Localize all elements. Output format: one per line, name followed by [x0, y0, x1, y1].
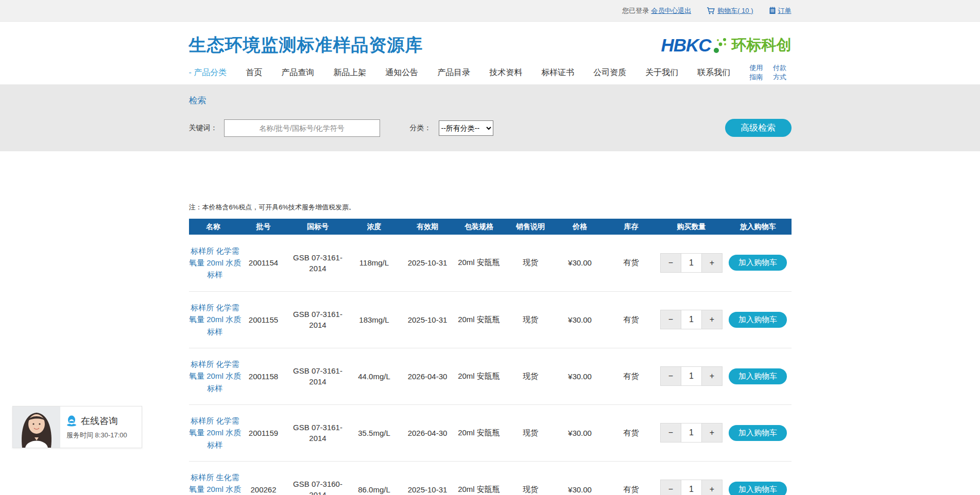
- orders-icon: [769, 7, 776, 14]
- add-to-cart-button[interactable]: 加入购物车: [729, 312, 787, 328]
- table-row: 标样所 化学需氧量 20ml 水质标样 2001155 GSB 07-3161-…: [189, 291, 792, 348]
- logo-cn-text: 环标科创: [732, 35, 792, 56]
- online-chat-widget[interactable]: 在线咨询 服务时间 8:30-17:00: [12, 406, 142, 448]
- quantity-input[interactable]: [681, 423, 702, 442]
- standard-number-cell: GSB 07-3161-2014: [293, 252, 342, 274]
- quantity-increase-button[interactable]: +: [702, 480, 722, 495]
- tax-note: 注：本价格含6%税点，可开具6%技术服务增值税发票。: [189, 203, 792, 212]
- sale-note-cell: 现货: [505, 291, 556, 348]
- quantity-stepper: − +: [660, 253, 723, 273]
- orders-link[interactable]: 订单: [778, 6, 792, 15]
- sale-note-cell: 现货: [505, 461, 556, 495]
- quantity-input[interactable]: [681, 480, 702, 495]
- batch-number-cell: 2001159: [238, 404, 289, 461]
- add-to-cart-button[interactable]: 加入购物车: [729, 482, 787, 495]
- keyword-input[interactable]: [224, 119, 380, 137]
- package-spec-cell: 20ml 安瓿瓶: [453, 235, 505, 291]
- nav-item-company-qualifications[interactable]: 公司资质: [593, 67, 626, 78]
- user-guide-link[interactable]: 使用指南: [749, 63, 768, 82]
- products-table-body: 标样所 化学需氧量 20ml 水质标样 2001154 GSB 07-3161-…: [189, 235, 792, 495]
- nav-item-certificates[interactable]: 标样证书: [541, 67, 574, 78]
- main-content: 注：本价格含6%税点，可开具6%技术服务增值税发票。 名称批号国标号浓度有效期包…: [189, 203, 792, 495]
- quantity-input[interactable]: [681, 254, 702, 272]
- orders-entry[interactable]: 订单: [769, 6, 792, 15]
- stock-status-cell: 有货: [604, 461, 659, 495]
- table-row: 标样所 化学需氧量 20ml 水质标样 2001158 GSB 07-3161-…: [189, 348, 792, 404]
- payment-methods-link[interactable]: 付款方式: [773, 63, 792, 82]
- add-to-cart-button[interactable]: 加入购物车: [729, 368, 787, 384]
- nav-item-new-arrivals[interactable]: 新品上架: [333, 67, 366, 78]
- add-to-cart-button[interactable]: 加入购物车: [729, 425, 787, 441]
- company-logo: HBKC 环标科创: [661, 35, 791, 56]
- search-section-title: 检索: [189, 95, 792, 107]
- expiry-date-cell: 2025-10-31: [402, 461, 453, 495]
- product-name-link[interactable]: 标样所 化学需氧量 20ml 水质标样: [189, 415, 242, 451]
- search-section: 检索 关键词： 分类： --所有分类-- 高级检索: [0, 84, 980, 151]
- price-cell: ¥30.00: [556, 461, 604, 495]
- quantity-input[interactable]: [681, 367, 702, 385]
- package-spec-cell: 20ml 安瓿瓶: [453, 291, 505, 348]
- category-select[interactable]: --所有分类--: [439, 120, 493, 136]
- table-header-row: 名称批号国标号浓度有效期包装规格销售说明价格库存购买数量放入购物车: [189, 219, 792, 235]
- member-center-logout-link[interactable]: 会员中心退出: [651, 6, 691, 15]
- cart-link[interactable]: 购物车( 10 ): [717, 6, 753, 15]
- quantity-input[interactable]: [681, 310, 702, 329]
- column-header: 库存: [604, 219, 659, 235]
- quantity-increase-button[interactable]: +: [702, 367, 722, 385]
- quantity-decrease-button[interactable]: −: [661, 480, 681, 495]
- product-name-link[interactable]: 标样所 化学需氧量 20ml 水质标样: [189, 245, 242, 281]
- column-header: 批号: [238, 219, 289, 235]
- category-label: 分类：: [410, 123, 432, 133]
- column-header: 价格: [556, 219, 604, 235]
- nav-item-technical-docs[interactable]: 技术资料: [489, 67, 522, 78]
- price-cell: ¥30.00: [556, 235, 604, 291]
- batch-number-cell: 2001158: [238, 348, 289, 404]
- logged-in-text: 您已登录: [622, 6, 649, 15]
- advanced-search-button[interactable]: 高级检索: [725, 119, 792, 137]
- price-cell: ¥30.00: [556, 404, 604, 461]
- package-spec-cell: 20ml 安瓿瓶: [453, 404, 505, 461]
- chat-title: 在线咨询: [81, 415, 118, 427]
- main-nav: - 产品分类 首页 产品查询 新品上架 通知公告 产品目录 技术资料 标样证书 …: [189, 61, 792, 84]
- concentration-cell: 86.0mg/L: [347, 461, 402, 495]
- table-row: 标样所 化学需氧量 20ml 水质标样 2001154 GSB 07-3161-…: [189, 235, 792, 291]
- batch-number-cell: 2001154: [238, 235, 289, 291]
- nav-item-product-catalog[interactable]: 产品目录: [437, 67, 470, 78]
- product-name-link[interactable]: 标样所 化学需氧量 20ml 水质标样: [189, 302, 242, 338]
- nav-item-product-categories[interactable]: - 产品分类: [189, 67, 227, 78]
- nav-item-home[interactable]: 首页: [246, 67, 262, 78]
- quantity-stepper: − +: [660, 423, 723, 443]
- quantity-decrease-button[interactable]: −: [661, 423, 681, 442]
- quantity-decrease-button[interactable]: −: [661, 254, 681, 272]
- column-header: 包装规格: [453, 219, 505, 235]
- quantity-increase-button[interactable]: +: [702, 254, 722, 272]
- nav-item-about-us[interactable]: 关于我们: [645, 67, 678, 78]
- quantity-decrease-button[interactable]: −: [661, 367, 681, 385]
- cart-entry[interactable]: 购物车( 10 ): [707, 6, 753, 15]
- nav-item-product-search[interactable]: 产品查询: [281, 67, 314, 78]
- quantity-increase-button[interactable]: +: [702, 423, 722, 442]
- stock-status-cell: 有货: [604, 404, 659, 461]
- quantity-decrease-button[interactable]: −: [661, 310, 681, 329]
- product-name-link[interactable]: 标样所 化学需氧量 20ml 水质标样: [189, 358, 242, 394]
- product-name-link[interactable]: 标样所 生化需氧量 20ml 水质标样: [189, 471, 242, 495]
- concentration-cell: 35.5mg/L: [347, 404, 402, 461]
- table-row: 标样所 生化需氧量 20ml 水质标样 200262 GSB 07-3160-2…: [189, 461, 792, 495]
- site-title: 生态环境监测标准样品资源库: [189, 33, 423, 57]
- price-cell: ¥30.00: [556, 348, 604, 404]
- sale-note-cell: 现货: [505, 404, 556, 461]
- column-header: 购买数量: [659, 219, 725, 235]
- standard-number-cell: GSB 07-3161-2014: [293, 309, 342, 330]
- stock-status-cell: 有货: [604, 291, 659, 348]
- chat-service-hours: 服务时间 8:30-17:00: [66, 431, 142, 440]
- quantity-stepper: − +: [660, 480, 723, 495]
- keyword-label: 关键词：: [189, 123, 218, 133]
- expiry-date-cell: 2026-04-30: [402, 348, 453, 404]
- nav-item-contact-us[interactable]: 联系我们: [697, 67, 730, 78]
- add-to-cart-button[interactable]: 加入购物车: [729, 255, 787, 271]
- quantity-increase-button[interactable]: +: [702, 310, 722, 329]
- quantity-stepper: − +: [660, 366, 723, 386]
- column-header: 放入购物车: [725, 219, 792, 235]
- nav-item-announcements[interactable]: 通知公告: [385, 67, 418, 78]
- quantity-stepper: − +: [660, 310, 723, 329]
